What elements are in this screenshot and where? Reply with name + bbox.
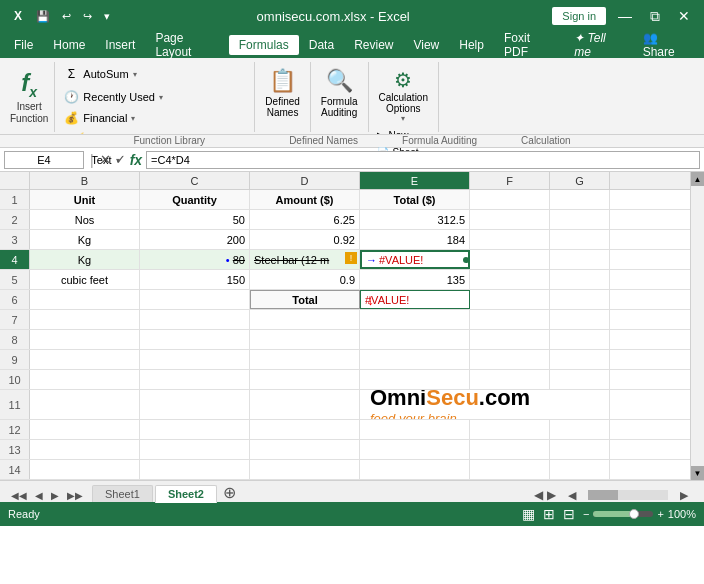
recently-used-button[interactable]: 🕐 Recently Used ▾ bbox=[59, 87, 250, 107]
col-header-c[interactable]: C bbox=[140, 172, 250, 189]
col-header-b[interactable]: B bbox=[30, 172, 140, 189]
cell-g3[interactable] bbox=[550, 230, 610, 249]
horizontal-scroll-left[interactable]: ◀ bbox=[560, 489, 584, 502]
cell-b5[interactable]: cubic feet bbox=[30, 270, 140, 289]
cell-d5[interactable]: 0.9 bbox=[250, 270, 360, 289]
cell-g6[interactable] bbox=[550, 290, 610, 309]
customize-button[interactable]: ▾ bbox=[100, 8, 114, 25]
next-tab-button[interactable]: ▶ bbox=[48, 489, 62, 502]
cell-e2[interactable]: 312.5 bbox=[360, 210, 470, 229]
first-tab-button[interactable]: ◀◀ bbox=[8, 489, 30, 502]
cell-c6[interactable] bbox=[140, 290, 250, 309]
restore-button[interactable]: ⧉ bbox=[644, 6, 666, 27]
cell-f6[interactable] bbox=[470, 290, 550, 309]
normal-view-button[interactable]: ▦ bbox=[522, 506, 535, 522]
horizontal-scroll-right[interactable]: ▶ bbox=[672, 489, 696, 502]
page-break-view-button[interactable]: ⊟ bbox=[563, 506, 575, 522]
cell-b6[interactable] bbox=[30, 290, 140, 309]
cell-g2[interactable] bbox=[550, 210, 610, 229]
col-header-g[interactable]: G bbox=[550, 172, 610, 189]
undo-button[interactable]: ↩ bbox=[58, 8, 75, 25]
cell-g5[interactable] bbox=[550, 270, 610, 289]
cell-d6[interactable]: Total bbox=[250, 290, 360, 309]
defined-names-button[interactable]: 📋 DefinedNames bbox=[259, 64, 305, 122]
cell-f1[interactable] bbox=[470, 190, 550, 209]
cell-b3[interactable]: Kg bbox=[30, 230, 140, 249]
scroll-sheets-left[interactable]: ◀ bbox=[534, 488, 543, 502]
col-header-d[interactable]: D bbox=[250, 172, 360, 189]
add-sheet-button[interactable]: ⊕ bbox=[219, 483, 240, 502]
cell-b2[interactable]: Nos bbox=[30, 210, 140, 229]
signin-button[interactable]: Sign in bbox=[552, 7, 606, 25]
zoom-level: 100% bbox=[668, 508, 696, 520]
zoom-slider[interactable] bbox=[593, 511, 653, 517]
cell-e5[interactable]: 135 bbox=[360, 270, 470, 289]
cell-f3[interactable] bbox=[470, 230, 550, 249]
cell-reference-box[interactable] bbox=[4, 151, 84, 169]
quick-access-toolbar[interactable]: 💾 ↩ ↪ ▾ bbox=[32, 8, 114, 25]
prev-tab-button[interactable]: ◀ bbox=[32, 489, 46, 502]
cell-e4[interactable]: → #VALUE! bbox=[360, 250, 470, 269]
cell-d3[interactable]: 0.92 bbox=[250, 230, 360, 249]
formula-input[interactable] bbox=[146, 151, 700, 169]
menu-bar[interactable]: File Home Insert Page Layout Formulas Da… bbox=[0, 32, 704, 58]
cell-f2[interactable] bbox=[470, 210, 550, 229]
zoom-control[interactable]: − + 100% bbox=[583, 508, 696, 520]
redo-button[interactable]: ↪ bbox=[79, 8, 96, 25]
col-header-e[interactable]: E bbox=[360, 172, 470, 189]
save-button[interactable]: 💾 bbox=[32, 8, 54, 25]
cell-c1[interactable]: Quantity bbox=[140, 190, 250, 209]
last-tab-button[interactable]: ▶▶ bbox=[64, 489, 86, 502]
sheet-tab-sheet2[interactable]: Sheet2 bbox=[155, 485, 217, 503]
col-header-f[interactable]: F bbox=[470, 172, 550, 189]
scroll-sheets-right[interactable]: ▶ bbox=[547, 488, 556, 502]
menu-share[interactable]: 👥 Share bbox=[633, 28, 700, 62]
formula-auditing-button[interactable]: 🔍 FormulaAuditing bbox=[315, 64, 364, 122]
calculation-options-button[interactable]: ⚙ CalculationOptions ▾ bbox=[373, 64, 434, 127]
cell-b4[interactable]: Kg bbox=[30, 250, 140, 269]
scroll-up-button[interactable]: ▲ bbox=[691, 172, 704, 186]
menu-page-layout[interactable]: Page Layout bbox=[145, 28, 228, 62]
cell-f4[interactable] bbox=[470, 250, 550, 269]
title-bar-controls[interactable]: Sign in — ⧉ ✕ bbox=[552, 6, 696, 27]
vertical-scrollbar[interactable]: ▲ ▼ bbox=[690, 172, 704, 480]
horizontal-scrollbar[interactable] bbox=[588, 490, 668, 500]
menu-home[interactable]: Home bbox=[43, 35, 95, 55]
cell-e6[interactable]: #VALUE! ↓ bbox=[360, 290, 470, 309]
scroll-down-button[interactable]: ▼ bbox=[691, 466, 704, 480]
menu-help[interactable]: Help bbox=[449, 35, 494, 55]
cell-g4[interactable] bbox=[550, 250, 610, 269]
menu-review[interactable]: Review bbox=[344, 35, 403, 55]
menu-formulas[interactable]: Formulas bbox=[229, 35, 299, 55]
cell-g1[interactable] bbox=[550, 190, 610, 209]
page-layout-view-button[interactable]: ⊞ bbox=[543, 506, 555, 522]
menu-tell-me[interactable]: ✦ Tell me bbox=[564, 28, 633, 62]
menu-insert[interactable]: Insert bbox=[95, 35, 145, 55]
cell-f5[interactable] bbox=[470, 270, 550, 289]
autosum-button[interactable]: Σ AutoSum ▾ bbox=[59, 64, 140, 84]
formula-cancel-icon[interactable]: ✕ bbox=[100, 152, 111, 167]
sheet-tab-sheet1[interactable]: Sheet1 bbox=[92, 485, 153, 502]
formula-confirm-icon[interactable]: ✓ bbox=[115, 152, 126, 167]
cell-d4[interactable]: Steel bar (12 m ! bbox=[250, 250, 360, 269]
minimize-button[interactable]: — bbox=[612, 6, 638, 26]
financial-button[interactable]: 💰 Financial ▾ bbox=[59, 108, 250, 128]
cell-b1[interactable]: Unit bbox=[30, 190, 140, 209]
cell-c3[interactable]: 200 bbox=[140, 230, 250, 249]
menu-foxit[interactable]: Foxit PDF bbox=[494, 28, 564, 62]
cell-c4[interactable]: • 80 bbox=[140, 250, 250, 269]
zoom-out-button[interactable]: − bbox=[583, 508, 589, 520]
cell-c2[interactable]: 50 bbox=[140, 210, 250, 229]
menu-file[interactable]: File bbox=[4, 35, 43, 55]
tab-nav[interactable]: ◀◀ ◀ ▶ ▶▶ bbox=[4, 489, 90, 502]
cell-d1[interactable]: Amount ($) bbox=[250, 190, 360, 209]
close-button[interactable]: ✕ bbox=[672, 6, 696, 26]
cell-c5[interactable]: 150 bbox=[140, 270, 250, 289]
menu-data[interactable]: Data bbox=[299, 35, 344, 55]
zoom-in-button[interactable]: + bbox=[657, 508, 663, 520]
cell-e1[interactable]: Total ($) bbox=[360, 190, 470, 209]
insert-function-button[interactable]: fx InsertFunction bbox=[4, 62, 55, 132]
menu-view[interactable]: View bbox=[403, 35, 449, 55]
cell-e3[interactable]: 184 bbox=[360, 230, 470, 249]
cell-d2[interactable]: 6.25 bbox=[250, 210, 360, 229]
